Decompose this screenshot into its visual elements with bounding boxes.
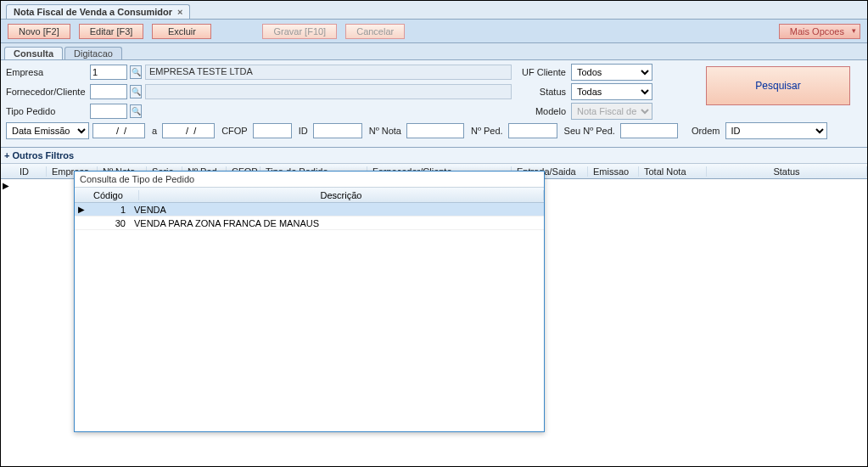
editar-button[interactable]: Editar [F3] [79, 24, 144, 39]
subtabs: Consulta Digitacao [1, 43, 867, 60]
nonota-label: Nº Nota [369, 126, 401, 136]
status-label: Status [518, 87, 566, 97]
noped-label: Nº Ped. [471, 126, 503, 136]
fornecedor-nome-display [145, 84, 512, 99]
empresa-label: Empresa [6, 67, 87, 77]
col-totalnota[interactable]: Total Nota [639, 166, 707, 177]
popup-body[interactable]: ▶ 1 VENDA 30 VENDA PARA ZONA FRANCA DE M… [75, 203, 544, 431]
col-emissao[interactable]: Emissao [588, 166, 639, 177]
tipo-label: Tipo Pedido [6, 106, 87, 116]
tipo-input[interactable] [90, 104, 127, 119]
nonota-input[interactable] [406, 123, 464, 138]
empresa-nome-display: EMPRESA TESTE LTDA [145, 65, 512, 80]
status-combo[interactable]: Todas [571, 83, 652, 100]
modelo-label: Modelo [518, 106, 566, 116]
lookup-icon[interactable]: 🔍 [130, 65, 142, 79]
cancelar-button: Cancelar [345, 24, 405, 39]
ordem-label: Ordem [692, 126, 720, 136]
data-ate-input[interactable] [162, 123, 215, 138]
list-item[interactable]: 30 VENDA PARA ZONA FRANCA DE MANAUS [75, 217, 544, 230]
pesquisar-button[interactable]: Pesquisar [706, 66, 850, 105]
lookup-icon[interactable]: 🔍 [130, 85, 142, 98]
popup-header: Código Descrição [75, 188, 544, 203]
ordem-combo[interactable]: ID [725, 122, 827, 139]
popup-desc: VENDA PARA ZONA FRANCA DE MANAUS [131, 218, 544, 228]
noped-input[interactable] [508, 123, 557, 138]
novo-button[interactable]: Novo [F2] [8, 24, 70, 39]
popup-codigo: 1 [88, 205, 131, 215]
cfop-input[interactable] [253, 123, 292, 138]
window-title: Nota Fiscal de Venda a Consumidor [14, 7, 172, 17]
popup-col-codigo[interactable]: Código [88, 190, 139, 200]
list-item[interactable]: ▶ 1 VENDA [75, 203, 544, 217]
title-bar: Nota Fiscal de Venda a Consumidor × [1, 1, 867, 20]
a-label: a [152, 126, 157, 136]
toolbar: Novo [F2] Editar [F3] Excluir Gravar [F1… [1, 20, 867, 43]
data-tipo-combo[interactable]: Data Emissão [6, 122, 89, 139]
uf-combo[interactable]: Todos [571, 64, 652, 81]
window-tab[interactable]: Nota Fiscal de Venda a Consumidor × [6, 4, 190, 19]
tab-digitacao[interactable]: Digitacao [64, 47, 122, 59]
popup-title: Consulta de Tipo de Pedido [75, 172, 544, 188]
tab-consulta[interactable]: Consulta [4, 47, 63, 59]
popup-col-descricao[interactable]: Descrição [139, 190, 544, 200]
popup-desc: VENDA [131, 205, 544, 215]
popup-codigo: 30 [88, 218, 131, 228]
fornecedor-input[interactable] [90, 84, 127, 99]
close-icon[interactable]: × [177, 7, 182, 17]
lookup-icon[interactable]: 🔍 [130, 104, 142, 118]
col-status[interactable]: Status [707, 166, 867, 177]
fornecedor-label: Fornecedor/Cliente [6, 87, 87, 97]
tipo-pedido-popup: Consulta de Tipo de Pedido Código Descri… [74, 171, 545, 432]
seunoped-input[interactable] [620, 123, 678, 138]
uf-label: UF Cliente [518, 67, 566, 77]
cfop-label: CFOP [221, 126, 248, 136]
id-input[interactable] [313, 123, 362, 138]
id-label: ID [299, 126, 308, 136]
gravar-button: Gravar [F10] [262, 24, 337, 39]
excluir-button[interactable]: Excluir [152, 24, 211, 39]
outros-filtros-toggle[interactable]: + Outros Filtros [1, 148, 867, 164]
col-id[interactable]: ID [14, 166, 47, 177]
mais-opcoes-button[interactable]: Mais Opcoes [779, 24, 860, 39]
filter-form: Empresa 🔍 EMPRESA TESTE LTDA UF Cliente … [1, 60, 867, 148]
seunoped-label: Seu Nº Ped. [564, 126, 615, 136]
data-de-input[interactable] [92, 123, 145, 138]
modelo-combo: Nota Fiscal de V [571, 103, 652, 120]
row-marker-icon: ▶ [3, 181, 9, 190]
row-marker-icon: ▶ [75, 205, 88, 214]
empresa-input[interactable] [90, 65, 127, 80]
